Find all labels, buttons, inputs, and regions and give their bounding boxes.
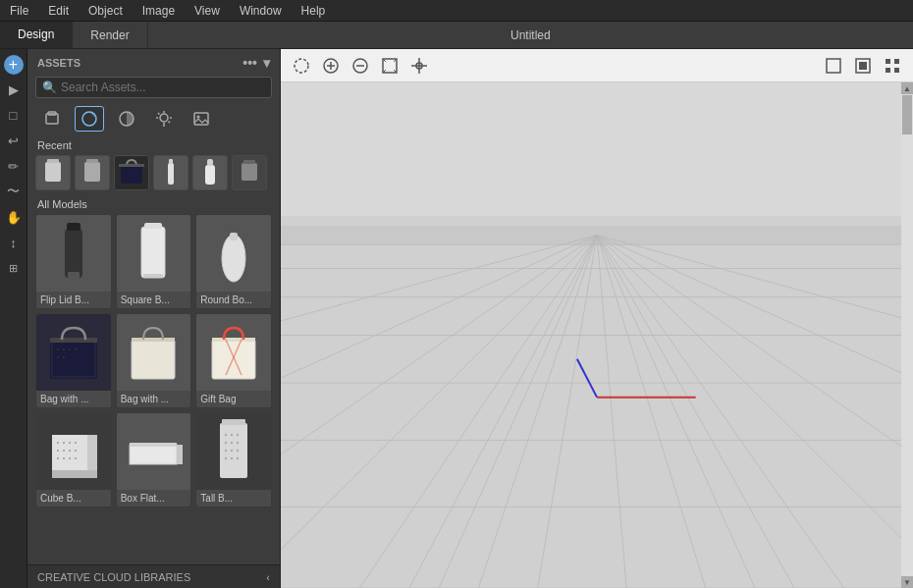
model-item-flat-box[interactable]: Box Flat...: [116, 412, 192, 508]
grid-vp-tool[interactable]: [880, 53, 905, 79]
viewport-toolbar-right: [821, 53, 905, 79]
model-item-bag-dark[interactable]: Bag with ...: [35, 313, 112, 408]
recent-item-4[interactable]: [192, 155, 228, 190]
model-item-square-b[interactable]: Square B...: [116, 214, 192, 309]
svg-rect-101: [281, 82, 913, 235]
model-label-bag-dark: Bag with ...: [36, 391, 111, 407]
svg-line-10: [169, 122, 171, 124]
svg-rect-26: [67, 223, 81, 231]
left-toolbar: + ▶ □ ↩ ✏ 〜 ✋ ↕ ⊞: [0, 49, 27, 588]
svg-point-37: [63, 348, 65, 350]
menu-image[interactable]: Image: [138, 4, 179, 18]
svg-rect-20: [169, 159, 173, 164]
scroll-thumb[interactable]: [902, 95, 912, 134]
svg-rect-97: [886, 59, 890, 64]
snap-vp-tool[interactable]: [406, 53, 432, 79]
recent-item-1[interactable]: [75, 155, 110, 190]
cloud-libraries-bar[interactable]: CREATIVE CLOUD LIBRARIES ‹: [27, 564, 280, 588]
pen-tool[interactable]: ✏: [3, 155, 25, 177]
svg-point-39: [75, 348, 77, 350]
svg-rect-45: [212, 338, 255, 342]
recent-item-2[interactable]: [114, 155, 149, 190]
svg-rect-65: [177, 445, 183, 464]
grid-tool[interactable]: ⊞: [3, 257, 25, 279]
svg-rect-13: [45, 162, 61, 182]
svg-rect-27: [68, 272, 80, 278]
model-item-gift-bag[interactable]: Gift Bag: [195, 313, 272, 408]
model-item-round-bo[interactable]: Round Bo...: [195, 214, 272, 309]
render-vp-tool[interactable]: [850, 53, 876, 79]
scroll-up-arrow[interactable]: ▲: [901, 82, 913, 94]
svg-rect-49: [87, 435, 97, 470]
search-input[interactable]: [61, 80, 265, 94]
add-object-button[interactable]: +: [4, 55, 24, 75]
model-item-cube[interactable]: Cube B...: [35, 412, 112, 508]
subtract-vp-tool[interactable]: [348, 53, 373, 79]
svg-point-58: [75, 450, 77, 452]
menu-view[interactable]: View: [190, 4, 224, 18]
tab-render[interactable]: Render: [73, 22, 147, 48]
svg-point-72: [231, 442, 233, 444]
cat-lights[interactable]: [149, 106, 179, 132]
menu-edit[interactable]: Edit: [44, 4, 73, 18]
tab-design[interactable]: Design: [0, 22, 73, 48]
curve-tool[interactable]: 〜: [3, 181, 25, 202]
svg-rect-15: [84, 162, 100, 182]
rectangle-tool[interactable]: □: [3, 104, 25, 126]
svg-rect-17: [121, 166, 142, 184]
model-thumb-flip-lid: [36, 215, 111, 292]
scroll-down-arrow[interactable]: ▼: [901, 576, 913, 588]
undo-tool[interactable]: ↩: [3, 130, 25, 151]
svg-rect-99: [886, 68, 890, 73]
recent-item-0[interactable]: [35, 155, 71, 190]
search-bar: 🔍: [35, 77, 272, 98]
svg-rect-94: [827, 59, 840, 73]
assets-title: ASSETS: [37, 57, 81, 69]
move-tool[interactable]: ↕: [3, 232, 25, 253]
svg-point-80: [295, 59, 308, 73]
svg-rect-63: [130, 445, 177, 464]
recent-item-5[interactable]: [232, 155, 267, 190]
svg-rect-98: [894, 59, 899, 64]
recent-row: [35, 155, 272, 190]
assets-dropdown-icon[interactable]: ▾: [263, 55, 270, 71]
svg-point-12: [197, 116, 200, 119]
cat-materials[interactable]: [112, 106, 141, 132]
svg-rect-21: [205, 165, 215, 185]
model-item-bag-light[interactable]: Bag with ...: [116, 313, 192, 408]
menu-help[interactable]: Help: [297, 4, 330, 18]
fit-vp-tool[interactable]: [377, 53, 403, 79]
svg-rect-100: [894, 68, 899, 73]
svg-rect-66: [220, 423, 247, 478]
assets-more-icon[interactable]: •••: [242, 55, 257, 71]
hand-tool[interactable]: ✋: [3, 206, 25, 228]
svg-point-74: [225, 450, 227, 452]
viewport[interactable]: ▲ ▼: [281, 49, 913, 588]
model-label-square-b: Square B...: [117, 292, 191, 308]
menu-window[interactable]: Window: [236, 4, 286, 18]
svg-point-52: [63, 442, 65, 444]
cloud-collapse-icon: ‹: [266, 571, 270, 583]
recent-item-3[interactable]: [153, 155, 188, 190]
select-tool[interactable]: ▶: [3, 79, 25, 100]
model-item-flip-lid[interactable]: Flip Lid B...: [35, 214, 112, 309]
svg-point-55: [57, 450, 59, 452]
svg-point-71: [225, 442, 227, 444]
svg-point-4: [160, 114, 168, 122]
cat-shapes[interactable]: [75, 106, 104, 132]
svg-point-70: [237, 434, 239, 436]
svg-point-59: [57, 457, 59, 459]
menu-file[interactable]: File: [6, 4, 32, 18]
select-circle-tool[interactable]: [289, 53, 314, 79]
menu-object[interactable]: Object: [84, 4, 127, 18]
frame-vp-tool[interactable]: [821, 53, 846, 79]
cloud-label: CREATIVE CLOUD LIBRARIES: [37, 571, 190, 583]
recent-section: Recent: [27, 135, 280, 198]
svg-point-75: [231, 450, 233, 452]
viewport-scrollbar[interactable]: ▲ ▼: [901, 82, 913, 588]
cat-objects[interactable]: [37, 106, 67, 132]
cat-images[interactable]: [187, 106, 216, 132]
model-item-tall-b[interactable]: Tall B...: [195, 412, 272, 508]
scroll-track[interactable]: [901, 94, 913, 576]
add-vp-tool[interactable]: [318, 53, 344, 79]
